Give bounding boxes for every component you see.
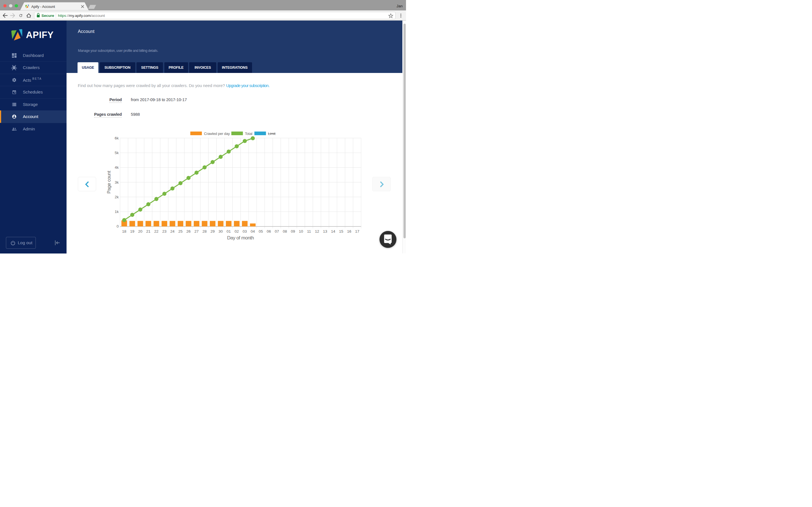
svg-text:Secure: Secure bbox=[42, 13, 54, 18]
